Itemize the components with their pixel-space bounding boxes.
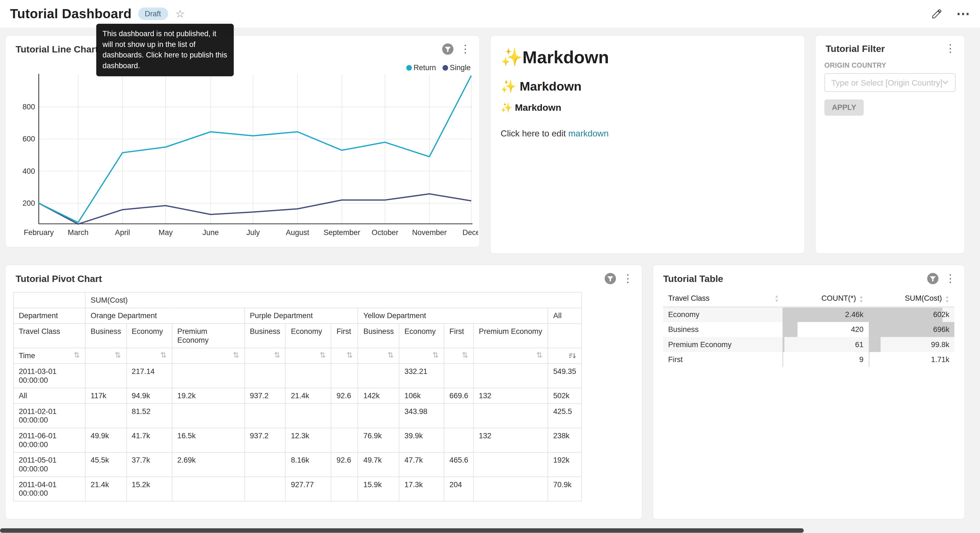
y-axis-tick-label: 600 — [22, 134, 35, 143]
sort-toggle-icon[interactable]: ⇅ — [274, 351, 280, 359]
pivot-class-header: Business — [245, 324, 286, 348]
filter-badge-icon[interactable] — [442, 43, 454, 55]
travel-class-cell: First — [663, 352, 783, 367]
column-header-travel-class[interactable]: Travel Class▲▼ — [663, 291, 783, 307]
cell-value: 99.8k — [931, 340, 949, 349]
pivot-table-host: SUM(Cost)DepartmentOrange DepartmentPurp… — [6, 288, 642, 501]
star-icon[interactable]: ☆ — [175, 7, 185, 21]
sort-toggle-icon[interactable]: ⇅ — [161, 351, 167, 359]
markdown-heading-3: ✨ Markdown — [501, 102, 794, 113]
sort-toggle-icon[interactable]: ⇅ — [74, 351, 80, 359]
pivot-row-header: All — [14, 388, 85, 404]
card-header: Tutorial Filter ⋮ — [816, 36, 964, 57]
apply-button[interactable]: APPLY — [824, 99, 864, 116]
card-title: Tutorial Line Chart — [16, 44, 98, 54]
pivot-cell — [285, 364, 331, 388]
pivot-row: 2011-04-01 00:00:0021.4k15.2k927.7715.9k… — [14, 477, 582, 501]
pivot-cell: 132 — [473, 428, 548, 452]
draft-badge[interactable]: Draft — [138, 8, 168, 20]
topbar-actions: ⋯ — [931, 8, 970, 19]
sort-toggle-icon[interactable]: ⇅ — [536, 351, 543, 359]
pivot-cell: 142k — [358, 388, 399, 404]
result-table: Travel Class▲▼COUNT(*)▲▼SUM(Cost)▲▼Econo… — [663, 291, 955, 367]
table-row: First91.71k — [663, 352, 955, 367]
filter-badge-icon[interactable] — [604, 273, 616, 284]
sort-toggle-icon[interactable]: ⇅ — [115, 351, 121, 359]
column-label: Travel Class — [668, 294, 710, 303]
pivot-sort-cell: ⇅ — [85, 348, 126, 364]
pivot-row-header: 2011-05-01 00:00:00 — [14, 452, 85, 477]
pivot-cell: 49.7k — [358, 452, 399, 477]
travel-class-cell: Business — [663, 322, 783, 337]
pivot-sort-cell: ⇅ — [285, 348, 331, 364]
origin-country-select[interactable]: Type or Select [Origin Country] — [824, 73, 955, 92]
pivot-sort-cell: ⇅ — [444, 348, 473, 364]
column-label: SUM(Cost) — [905, 294, 942, 303]
pivot-cell: 217.14 — [126, 364, 172, 388]
sort-toggle-icon[interactable]: ⇅ — [347, 351, 353, 359]
sort-toggle-icon[interactable]: ⇅ — [433, 351, 439, 359]
edit-pencil-icon[interactable] — [931, 8, 942, 19]
sort-toggle-icon[interactable]: ⇅ — [388, 351, 394, 359]
column-header-count[interactable]: COUNT(*)▲▼ — [783, 291, 869, 307]
pivot-class-header: First — [331, 324, 358, 348]
kebab-menu-icon[interactable]: ⋮ — [945, 43, 955, 54]
pivot-cell: 17.3k — [399, 477, 444, 501]
pivot-cell — [245, 404, 286, 428]
value-bar — [869, 308, 943, 322]
cell-value: 420 — [851, 325, 863, 334]
column-header-sum[interactable]: SUM(Cost)▲▼ — [869, 291, 955, 307]
sort-desc-icon[interactable] — [569, 351, 576, 359]
pivot-department-header: All — [548, 308, 582, 324]
pivot-cell: 343.98 — [399, 404, 444, 428]
pivot-cell: 47.7k — [399, 452, 444, 477]
x-axis-tick-label: April — [115, 228, 130, 237]
pivot-cell: 465.6 — [444, 452, 473, 477]
card-actions: ⋮ — [604, 273, 633, 284]
value-bar — [869, 352, 869, 367]
pivot-cell — [285, 404, 331, 428]
pivot-cell: 15.9k — [358, 477, 399, 501]
kebab-menu-icon[interactable]: ⋮ — [460, 44, 470, 54]
count-cell: 420 — [783, 322, 869, 337]
sort-toggle-icon[interactable]: ⇅ — [233, 351, 239, 359]
pivot-cell: 332.21 — [399, 364, 444, 388]
y-axis-tick-label: 200 — [22, 199, 35, 207]
pivot-cell — [473, 364, 548, 388]
pivot-row: 2011-02-01 00:00:0081.52343.98425.5 — [14, 404, 582, 428]
sort-toggle-icon[interactable]: ⇅ — [320, 351, 326, 359]
kebab-menu-icon[interactable]: ⋮ — [622, 273, 633, 284]
horizontal-scrollbar-thumb[interactable] — [0, 528, 804, 533]
cta-text: Click here to edit — [501, 128, 568, 138]
kebab-menu-icon[interactable]: ⋮ — [945, 273, 955, 284]
pivot-class-row: Travel ClassBusinessEconomyPremium Econo… — [14, 324, 582, 348]
sort-toggle-icon[interactable]: ⇅ — [462, 351, 468, 359]
pivot-class-axis-label: Travel Class — [14, 324, 85, 348]
pivot-card: Tutorial Pivot Chart ⋮ SUM(Cost)Departme… — [5, 265, 643, 520]
card-header: Tutorial Line Chart ⋮ — [6, 36, 479, 59]
pivot-cell — [331, 477, 358, 501]
filter-badge-icon[interactable] — [927, 273, 939, 284]
pivot-cell: 81.52 — [126, 404, 172, 428]
pivot-col-axis-label: Department — [14, 308, 85, 324]
pivot-cell: 204 — [444, 477, 473, 501]
pivot-row-header: 2011-04-01 00:00:00 — [14, 477, 85, 501]
x-axis-tick-label: November — [412, 228, 447, 237]
pivot-cell: 19.2k — [172, 388, 245, 404]
pivot-cell: 92.6 — [331, 388, 358, 404]
pivot-cell: 425.5 — [548, 404, 582, 428]
markdown-edit-link[interactable]: markdown — [568, 128, 608, 138]
x-axis-tick-label: Dece — [462, 228, 478, 237]
pivot-cell — [331, 404, 358, 428]
pivot-sort-cell: ⇅ — [358, 348, 399, 364]
pivot-table: SUM(Cost)DepartmentOrange DepartmentPurp… — [13, 292, 582, 501]
pivot-cell: 21.4k — [85, 477, 126, 501]
x-axis-tick-label: August — [286, 228, 309, 237]
pivot-class-header: Economy — [399, 324, 444, 348]
sort-carets-icon: ▲▼ — [859, 294, 864, 303]
value-bar — [783, 337, 785, 352]
pivot-cell — [444, 364, 473, 388]
pivot-cell: 106k — [399, 388, 444, 404]
pivot-cell: 21.4k — [285, 388, 331, 404]
y-axis-tick-label: 800 — [22, 102, 35, 111]
